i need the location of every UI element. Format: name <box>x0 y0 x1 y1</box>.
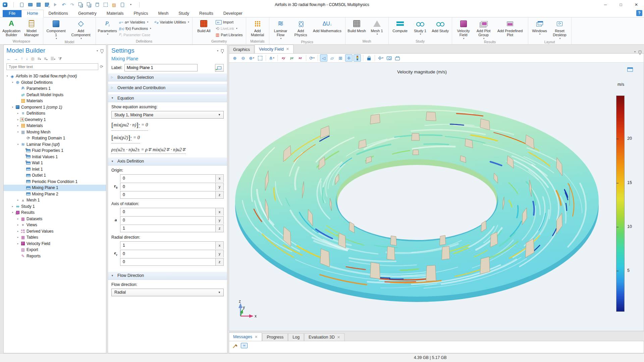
undo-icon[interactable]: ↶ <box>61 1 67 8</box>
tree-item-default-model-inputs[interactable]: ⇄Default Model Inputs <box>4 92 106 98</box>
default-view-icon[interactable]: ⋔▾ <box>268 54 275 62</box>
radial-y-input[interactable] <box>120 250 216 257</box>
view-xy-icon[interactable]: xy <box>280 54 287 62</box>
graphics-pin-icon[interactable] <box>639 51 641 53</box>
radial-x-input[interactable] <box>120 241 216 249</box>
laminar-flow-button[interactable]: ≋ Laminar Flow <box>271 18 290 40</box>
tab-results[interactable]: Results <box>194 10 218 17</box>
functions-button[interactable]: f(x)f(x) Functions <box>118 25 152 32</box>
bottom-tab-log[interactable]: Log <box>288 333 304 341</box>
open-icon[interactable] <box>27 1 33 8</box>
print-icon[interactable] <box>394 54 401 62</box>
parameter-case-button[interactable]: PiParameter Case <box>118 32 152 38</box>
zoom-out-icon[interactable]: ⊖ <box>239 54 247 62</box>
model-manager-button[interactable]: Model Manager <box>22 18 41 39</box>
pin-icon[interactable] <box>101 49 103 52</box>
origin-x-input[interactable] <box>120 174 216 182</box>
graphics-tab-velocity-field[interactable]: Velocity Field✕ <box>255 45 293 53</box>
zoom-in-icon[interactable]: ⊕ <box>231 54 238 62</box>
redo-icon[interactable]: ↷ <box>69 1 75 8</box>
move-down-icon[interactable]: ↓ <box>26 57 28 61</box>
section-boundary-selection[interactable]: ▷ Boundary Selection <box>108 73 227 81</box>
expander-icon[interactable]: ▾ <box>10 81 15 84</box>
panel-menu-icon[interactable]: ▾ <box>97 49 98 52</box>
flow-direction-dropdown[interactable]: Radial ▼ <box>111 289 224 296</box>
import-button[interactable]: ⇤Import <box>214 19 244 25</box>
forward-icon[interactable]: → <box>14 57 18 61</box>
tree-item-fluid-properties-1[interactable]: Fluid Properties 1 <box>4 147 106 154</box>
rotate-icon[interactable]: ⟳▾ <box>308 54 316 62</box>
maximize-button[interactable]: □ <box>613 0 629 9</box>
scene-light-icon[interactable]: ◁ <box>320 54 327 62</box>
tree-item-materials[interactable]: Materials <box>4 98 106 104</box>
settings-pin-icon[interactable] <box>221 49 224 52</box>
tree-item-mesh-1[interactable]: ▸▲Mesh 1 <box>4 197 106 203</box>
label-input[interactable] <box>124 64 198 71</box>
tab-definitions[interactable]: Definitions <box>44 10 73 17</box>
zoom-box-icon[interactable]: ⊕▾ <box>248 54 255 62</box>
origin-y-input[interactable] <box>120 183 216 190</box>
close-icon[interactable]: ✕ <box>286 47 289 51</box>
tab-materials[interactable]: Materials <box>102 10 129 17</box>
bottom-tab-progress[interactable]: Progress <box>262 333 288 341</box>
view-yz-icon[interactable]: yz <box>288 54 296 62</box>
filter-refresh-icon[interactable]: ⟳ <box>100 65 103 69</box>
tree-item-airfoils-in-3d-radial-flow-mph[interactable]: ▾◈Airfoils in 3D radial flow.mph(root) <box>4 73 106 79</box>
expander-icon[interactable]: ▾ <box>16 131 20 133</box>
show-icon[interactable]: ◎ <box>31 57 34 61</box>
tree-item-views[interactable]: ▸⌖Views <box>4 222 106 228</box>
compute-button[interactable]: Compute <box>390 18 410 39</box>
expander-icon[interactable]: ▾ <box>10 106 15 109</box>
bottom-tab-evaluation-3d[interactable]: Evaluation 3D✕ <box>304 333 344 341</box>
expander-icon[interactable]: ▸ <box>16 236 20 239</box>
close-icon[interactable]: ✕ <box>337 335 340 340</box>
tree-item-outlet-1[interactable]: Outlet 1 <box>4 172 106 179</box>
rotation-x-input[interactable] <box>120 208 216 216</box>
tab-geometry[interactable]: Geometry <box>73 10 102 17</box>
help-button[interactable]: ? <box>636 10 642 16</box>
bottom-tab-messages[interactable]: Messages✕ <box>229 333 262 341</box>
tree-item-mixing-plane-2[interactable]: Mixing Plane 2 <box>4 191 106 197</box>
tree-item-velocity-field[interactable]: ▸Velocity Field <box>4 241 106 247</box>
filter-icon[interactable]: ⧩ <box>58 57 62 61</box>
radial-z-input[interactable] <box>120 258 216 266</box>
select-icon[interactable] <box>103 1 109 8</box>
run-icon[interactable] <box>52 1 58 8</box>
more-icon[interactable]: ▾ <box>128 1 134 8</box>
tree-item-inlet-1[interactable]: Inlet 1 <box>4 166 106 173</box>
model-tree-node-text-icon[interactable]: ☰▾ <box>51 57 55 61</box>
tab-file[interactable]: File <box>3 10 21 17</box>
new-icon[interactable] <box>19 1 25 8</box>
message-settings-icon[interactable]: ✉ <box>241 343 248 348</box>
tree-item-study-1[interactable]: ▸∞Study 1 <box>4 203 106 210</box>
detach-plot-icon[interactable] <box>627 67 633 72</box>
save-as-icon[interactable] <box>44 1 50 8</box>
clear-icon[interactable]: ▨ <box>111 1 117 8</box>
duplicate-icon[interactable] <box>86 1 92 8</box>
parameters-button[interactable]: Pi Parameters <box>98 18 117 39</box>
tree-item-periodic-flow-condition-1[interactable]: Periodic Flow Condition 1 <box>4 179 106 185</box>
move-up-icon[interactable]: ↑ <box>21 57 23 61</box>
orientation-axes-icon[interactable]: ✛ <box>345 54 353 62</box>
save-icon[interactable] <box>36 1 42 8</box>
filter-input[interactable] <box>6 63 98 70</box>
expander-icon[interactable]: ▾ <box>5 75 9 77</box>
section-axis-definition[interactable]: ▼ Axis Definition <box>108 157 227 166</box>
tree-item-parameters-1[interactable]: PiParameters 1 <box>4 85 106 92</box>
build-all-button[interactable]: Build All <box>194 18 214 39</box>
add-mathematics-button[interactable]: ΔU↓ Add Mathematics <box>311 18 343 40</box>
transparency-icon[interactable]: ▱ <box>328 54 336 62</box>
expander-icon[interactable]: ▸ <box>16 218 20 220</box>
tree-item-datasets[interactable]: ▸▩Datasets <box>4 216 106 222</box>
build-mesh-button[interactable]: Build Mesh <box>347 18 367 39</box>
tree-item-tables[interactable]: ▸▦Tables <box>4 234 106 241</box>
equation-assuming-dropdown[interactable]: Study 1, Mixing Plane ▼ <box>111 111 224 119</box>
expander-icon[interactable]: ▸ <box>16 224 20 226</box>
expander-icon[interactable]: ▸ <box>16 124 20 127</box>
add-predefined-plot-button[interactable]: Add Predefined Plot <box>494 18 526 40</box>
back-icon[interactable]: ← <box>7 57 11 61</box>
copy-icon[interactable] <box>77 1 84 8</box>
tree-item-laminar-flow[interactable]: ▾≋Laminar Flow(spf) <box>4 141 106 148</box>
tree-item-initial-values-1[interactable]: Initial Values 1 <box>4 154 106 160</box>
tree-item-rotating-domain-1[interactable]: ⟳Rotating Domain 1 <box>4 135 106 141</box>
